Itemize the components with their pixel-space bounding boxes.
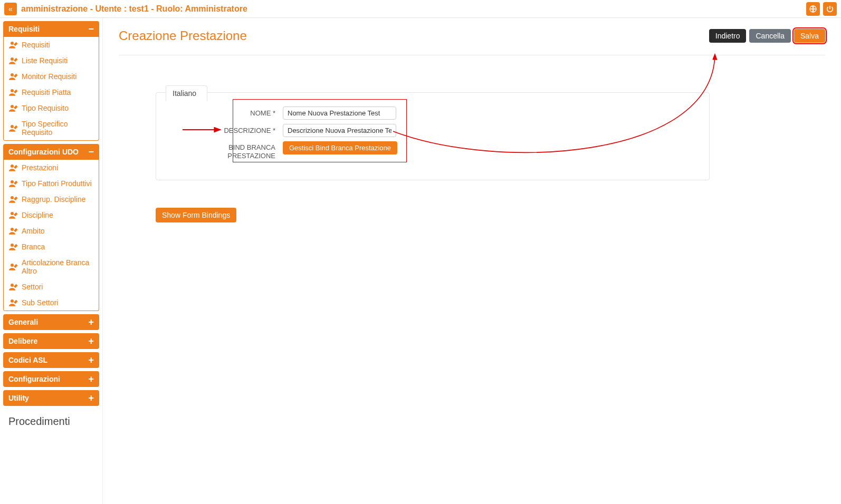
user-edit-icon [9, 227, 17, 235]
power-icon [826, 5, 834, 13]
plus-icon: + [88, 357, 94, 363]
main: Creazione Prestazione Indietro Cancella … [103, 18, 841, 504]
plus-icon: + [88, 319, 94, 325]
page-header: Creazione Prestazione Indietro Cancella … [119, 28, 825, 55]
form-row-bind-branca: BIND BRANCA PRESTAZIONE Gestisci Bind Br… [209, 141, 699, 160]
sidebar-collapse-button[interactable]: « [4, 3, 17, 15]
section-header-configurazioni[interactable]: Configurazioni + [3, 371, 99, 387]
nav-label: Tipo Fattori Produttivi [22, 179, 92, 188]
section-header-delibere[interactable]: Delibere + [3, 333, 99, 349]
user-edit-icon [9, 180, 17, 187]
nav-label: Sub Settori [22, 298, 58, 307]
nav-label: Liste Requisiti [22, 56, 68, 65]
user-edit-icon [9, 283, 17, 290]
section-header-generali[interactable]: Generali + [3, 314, 99, 330]
page-title: Creazione Prestazione [119, 28, 247, 43]
form-body: NOME * DESCRIZIONE * BIND BRANCA PRESTAZ… [156, 93, 709, 180]
section-header-codici-asl[interactable]: Codici ASL + [3, 352, 99, 368]
nav-label: Prestazioni [22, 163, 58, 172]
form-panel: Italiano NOME * DESCRIZIONE * BIND BRANC… [156, 92, 710, 180]
user-edit-icon [9, 89, 17, 96]
sidebar-item-monitor-requisiti[interactable]: Monitor Requisiti [4, 69, 99, 84]
nav-label: Branca [22, 243, 45, 251]
sidebar-item-liste-requisiti[interactable]: Liste Requisiti [4, 53, 99, 69]
user-edit-icon [9, 243, 17, 250]
svg-point-4 [11, 89, 14, 92]
nav-label: Requisiti Piatta [22, 88, 71, 96]
sidebar-item-settori[interactable]: Settori [4, 279, 99, 295]
svg-point-7 [11, 164, 14, 168]
plus-icon: + [88, 338, 94, 344]
svg-point-12 [11, 244, 14, 247]
section-body-requisiti: Requisiti Liste Requisiti Monitor Requis… [3, 37, 99, 141]
sidebar[interactable]: Requisiti − Requisiti Liste Requisiti Mo… [0, 18, 103, 504]
topbar-left: « amministrazione - Utente : test1 - Ruo… [4, 3, 247, 15]
input-nome[interactable] [283, 106, 396, 120]
back-button[interactable]: Indietro [709, 29, 747, 43]
user-edit-icon [9, 104, 17, 112]
sidebar-item-discipline[interactable]: Discipline [4, 207, 99, 223]
save-button[interactable]: Salva [794, 29, 825, 43]
svg-point-5 [11, 105, 14, 108]
section-title: Delibere [8, 337, 37, 345]
section-title: Configurazioni [8, 375, 60, 383]
svg-point-11 [11, 228, 14, 231]
sidebar-item-requisiti[interactable]: Requisiti [4, 37, 99, 53]
nav-label: Articolazione Branca Altro [22, 258, 93, 275]
sidebar-item-branca[interactable]: Branca [4, 239, 99, 255]
minus-icon: − [88, 26, 94, 32]
section-title: Codici ASL [8, 356, 47, 364]
tab-italiano[interactable]: Italiano [166, 85, 207, 101]
section-title: Utility [8, 394, 29, 402]
section-header-requisiti[interactable]: Requisiti − [3, 21, 99, 37]
svg-point-15 [11, 299, 14, 303]
section-header-utility[interactable]: Utility + [3, 390, 99, 406]
nav-label: Discipline [22, 211, 53, 219]
sidebar-item-articolazione-branca-altro[interactable]: Articolazione Branca Altro [4, 255, 99, 279]
section-title: Generali [8, 318, 38, 326]
cancel-button[interactable]: Cancella [749, 29, 790, 43]
gestisci-bind-button[interactable]: Gestisci Bind Branca Prestazione [283, 141, 397, 154]
sidebar-item-tipo-fattori-produttivi[interactable]: Tipo Fattori Produttivi [4, 176, 99, 191]
section-body-configurazioni-udo: Prestazioni Tipo Fattori Produttivi Ragg… [3, 160, 99, 311]
nav-label: Requisiti [22, 41, 50, 49]
sidebar-item-prestazioni[interactable]: Prestazioni [4, 160, 99, 176]
topbar: « amministrazione - Utente : test1 - Ruo… [0, 0, 841, 18]
sidebar-item-tipo-requisito[interactable]: Tipo Requisito [4, 100, 99, 116]
svg-point-2 [11, 57, 14, 61]
user-edit-icon [9, 211, 17, 219]
svg-point-1 [11, 42, 14, 45]
sidebar-item-requisiti-piatta[interactable]: Requisiti Piatta [4, 84, 99, 100]
sidebar-item-ambito[interactable]: Ambito [4, 223, 99, 239]
nav-label: Tipo Specifico Requisito [22, 120, 93, 137]
globe-icon [809, 5, 817, 13]
label-nome: NOME * [209, 109, 283, 118]
globe-button[interactable] [806, 2, 820, 16]
label-bind-branca: BIND BRANCA PRESTAZIONE [209, 141, 283, 160]
form-row-nome: NOME * [209, 106, 699, 120]
svg-point-10 [11, 212, 14, 215]
user-edit-icon [9, 263, 17, 270]
section-header-configurazioni-udo[interactable]: Configurazioni UDO − [3, 144, 99, 160]
layout: Requisiti − Requisiti Liste Requisiti Mo… [0, 18, 841, 504]
show-form-bindings-button[interactable]: Show Form Bindings [156, 208, 236, 222]
nav-label: Raggrup. Discipline [22, 195, 85, 203]
form-row-descrizione: DESCRIZIONE * [209, 124, 699, 137]
input-descrizione[interactable] [283, 124, 396, 137]
sidebar-item-raggrup-discipline[interactable]: Raggrup. Discipline [4, 191, 99, 207]
user-edit-icon [9, 164, 17, 171]
sidebar-footer-title: Procedimenti [3, 409, 99, 431]
sidebar-item-sub-settori[interactable]: Sub Settori [4, 295, 99, 311]
user-edit-icon [9, 41, 17, 49]
chevron-double-left-icon: « [8, 5, 13, 13]
minus-icon: − [88, 149, 94, 154]
user-edit-icon [9, 124, 17, 132]
nav-label: Monitor Requisiti [22, 72, 77, 81]
section-title: Configurazioni UDO [8, 148, 79, 156]
nav-label: Ambito [22, 227, 45, 235]
sidebar-item-tipo-specifico-requisito[interactable]: Tipo Specifico Requisito [4, 116, 99, 140]
svg-point-13 [11, 264, 14, 267]
user-edit-icon [9, 196, 17, 203]
nav-label: Tipo Requisito [22, 104, 69, 112]
power-button[interactable] [823, 2, 837, 16]
